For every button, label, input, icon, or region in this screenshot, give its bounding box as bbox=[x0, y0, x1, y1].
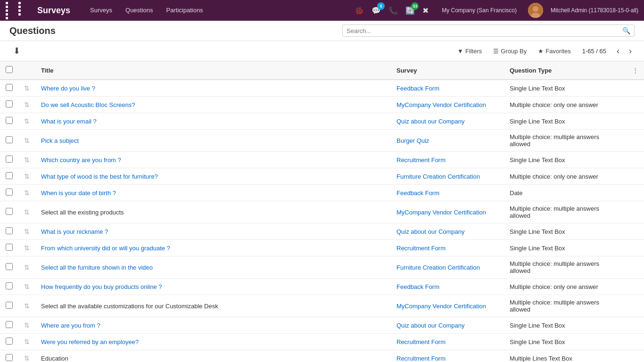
drag-handle-icon[interactable]: ⇅ bbox=[24, 283, 30, 290]
drag-handle-icon[interactable]: ⇅ bbox=[24, 84, 30, 92]
row-checkbox-cell bbox=[0, 80, 18, 97]
row-survey-link[interactable]: Furniture Creation Certification bbox=[396, 173, 480, 180]
row-checkbox[interactable] bbox=[6, 302, 13, 309]
row-checkbox[interactable] bbox=[6, 263, 13, 270]
row-checkbox[interactable] bbox=[6, 244, 13, 251]
drag-handle-icon[interactable]: ⇅ bbox=[24, 244, 30, 252]
row-checkbox[interactable] bbox=[6, 354, 13, 361]
row-title-link[interactable]: How frequently do you buy products onlin… bbox=[41, 283, 162, 290]
app-grid-icon[interactable] bbox=[6, 2, 30, 19]
row-checkbox[interactable] bbox=[6, 100, 13, 107]
row-title-cell: Select all the furniture shown in the vi… bbox=[35, 256, 391, 279]
row-checkbox[interactable] bbox=[6, 337, 13, 345]
row-checkbox[interactable] bbox=[6, 172, 13, 179]
next-page-button[interactable]: › bbox=[626, 45, 635, 57]
row-checkbox[interactable] bbox=[6, 84, 13, 91]
drag-handle-icon[interactable]: ⇅ bbox=[24, 321, 30, 329]
header-options[interactable]: ⋮ bbox=[627, 61, 644, 80]
row-options-cell bbox=[627, 295, 644, 317]
drag-handle-icon[interactable]: ⇅ bbox=[24, 338, 30, 346]
row-options-cell bbox=[627, 152, 644, 168]
filters-button[interactable]: ▼ Filters bbox=[454, 46, 486, 57]
row-survey-link[interactable]: Quiz about our Company bbox=[396, 228, 465, 235]
row-drag-cell: ⇅ bbox=[18, 317, 35, 334]
row-checkbox[interactable] bbox=[6, 156, 13, 163]
drag-handle-icon[interactable]: ⇅ bbox=[24, 228, 30, 235]
row-survey-cell: Feedback Form bbox=[391, 80, 504, 97]
row-survey-link[interactable]: Furniture Creation Certification bbox=[396, 264, 480, 271]
export-button[interactable]: ⬇ bbox=[9, 44, 24, 58]
search-input[interactable] bbox=[347, 27, 620, 34]
row-survey-link[interactable]: Recruitment Form bbox=[396, 355, 446, 362]
drag-handle-icon[interactable]: ⇅ bbox=[24, 137, 30, 144]
select-all-checkbox[interactable] bbox=[6, 66, 13, 73]
row-checkbox[interactable] bbox=[6, 227, 13, 234]
row-title-link[interactable]: What is your email ? bbox=[41, 118, 97, 125]
avatar[interactable] bbox=[528, 3, 543, 18]
row-checkbox[interactable] bbox=[6, 189, 13, 196]
favorites-button[interactable]: ★ Favorites bbox=[534, 46, 574, 57]
row-title-link[interactable]: When is your date of birth ? bbox=[41, 189, 116, 197]
row-drag-cell: ⇅ bbox=[18, 80, 35, 97]
row-title-link[interactable]: Do we sell Acoustic Bloc Screens? bbox=[41, 101, 135, 108]
drag-handle-icon[interactable]: ⇅ bbox=[24, 117, 30, 125]
row-checkbox-cell bbox=[0, 334, 18, 350]
row-type-text: Multiple choice: multiple answers allowe… bbox=[510, 299, 599, 313]
row-survey-link[interactable]: MyCompany Vendor Certification bbox=[396, 303, 486, 310]
row-title-link[interactable]: What type of wood is the best for furnit… bbox=[41, 173, 158, 180]
row-type-text: Multiple choice: only one answer bbox=[510, 101, 598, 108]
activity-icon[interactable]: 🔄 33 bbox=[404, 4, 417, 17]
row-survey-link[interactable]: Burger Quiz bbox=[396, 137, 429, 144]
row-title-link[interactable]: Where do you live ? bbox=[41, 85, 95, 92]
groupby-button[interactable]: ☰ Group By bbox=[489, 46, 530, 57]
row-survey-link[interactable]: Feedback Form bbox=[396, 189, 439, 197]
row-survey-link[interactable]: Recruitment Form bbox=[396, 338, 446, 346]
row-survey-link[interactable]: Quiz about our Company bbox=[396, 322, 465, 329]
app-name[interactable]: Surveys bbox=[37, 6, 70, 16]
row-title-cell: What is your email ? bbox=[35, 113, 391, 130]
nav-participations[interactable]: Participations bbox=[160, 0, 210, 21]
row-checkbox[interactable] bbox=[6, 136, 13, 143]
row-title-link[interactable]: Were you referred by an employee? bbox=[41, 338, 139, 346]
nav-surveys[interactable]: Surveys bbox=[83, 0, 119, 21]
drag-handle-icon[interactable]: ⇅ bbox=[24, 208, 30, 216]
row-survey-link[interactable]: Feedback Form bbox=[396, 283, 439, 290]
row-type-cell: Single Line Text Box bbox=[504, 113, 627, 130]
row-checkbox[interactable] bbox=[6, 117, 13, 124]
header-title[interactable]: Title bbox=[35, 61, 391, 80]
row-title-link[interactable]: Select all the furniture shown in the vi… bbox=[41, 264, 153, 271]
row-survey-link[interactable]: Recruitment Form bbox=[396, 245, 446, 252]
row-survey-link[interactable]: Feedback Form bbox=[396, 85, 439, 92]
column-options-icon[interactable]: ⋮ bbox=[632, 67, 638, 74]
prev-page-button[interactable]: ‹ bbox=[614, 45, 622, 57]
phone-icon[interactable]: 📞 bbox=[387, 4, 400, 17]
drag-handle-icon[interactable]: ⇅ bbox=[24, 101, 30, 108]
row-checkbox[interactable] bbox=[6, 282, 13, 289]
header-select-all[interactable] bbox=[0, 61, 18, 80]
row-title-link[interactable]: From which university did or will you gr… bbox=[41, 245, 170, 252]
row-checkbox[interactable] bbox=[6, 208, 13, 215]
row-survey-link[interactable]: MyCompany Vendor Certification bbox=[396, 101, 486, 108]
header-question-type[interactable]: Question Type bbox=[504, 61, 627, 80]
row-title-cell: Education bbox=[35, 350, 391, 362]
row-checkbox[interactable] bbox=[6, 321, 13, 328]
drag-handle-icon[interactable]: ⇅ bbox=[24, 302, 30, 310]
row-title-link[interactable]: Pick a subject bbox=[41, 137, 79, 144]
drag-handle-icon[interactable]: ⇅ bbox=[24, 189, 30, 197]
company-name[interactable]: My Company (San Francisco) bbox=[442, 7, 517, 14]
row-title-link[interactable]: Which country are you from ? bbox=[41, 156, 121, 164]
drag-handle-icon[interactable]: ⇅ bbox=[24, 173, 30, 180]
row-survey-link[interactable]: Recruitment Form bbox=[396, 156, 446, 164]
nav-questions[interactable]: Questions bbox=[119, 0, 160, 21]
row-title-link[interactable]: What is your nickname ? bbox=[41, 228, 108, 235]
row-survey-link[interactable]: Quiz about our Company bbox=[396, 118, 465, 125]
header-survey[interactable]: Survey bbox=[391, 61, 504, 80]
drag-handle-icon[interactable]: ⇅ bbox=[24, 156, 30, 164]
bug-icon[interactable]: 🐞 bbox=[353, 4, 366, 17]
row-survey-link[interactable]: MyCompany Vendor Certification bbox=[396, 209, 486, 216]
drag-handle-icon[interactable]: ⇅ bbox=[24, 354, 30, 362]
close-icon[interactable]: ✖ bbox=[421, 4, 430, 17]
row-title-link[interactable]: Where are you from ? bbox=[41, 322, 100, 329]
chat-icon[interactable]: 💬 5 bbox=[370, 4, 383, 17]
drag-handle-icon[interactable]: ⇅ bbox=[24, 263, 30, 271]
